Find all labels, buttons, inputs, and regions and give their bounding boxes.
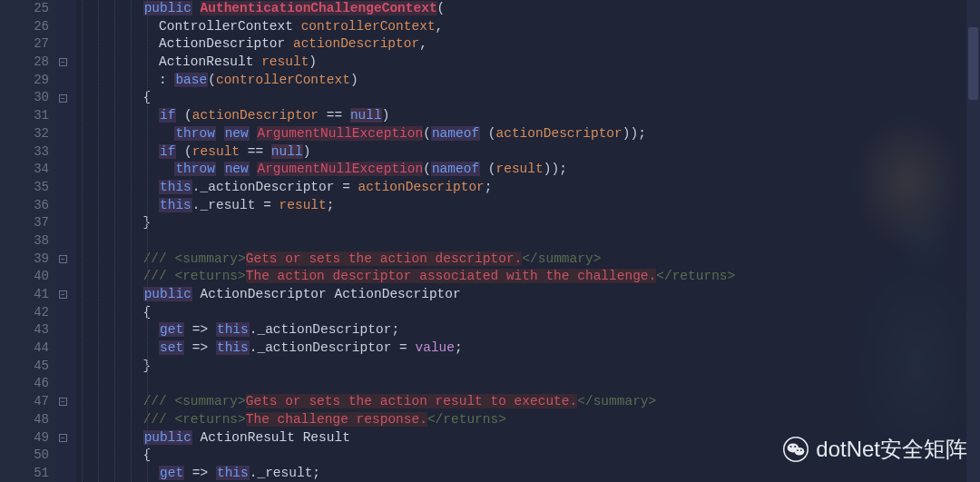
code-line[interactable]: { (80, 447, 980, 465)
code-line[interactable]: this._actionDescriptor = actionDescripto… (80, 179, 980, 197)
code-token (80, 394, 143, 408)
code-token: == (240, 144, 271, 159)
code-token: value (415, 340, 455, 355)
code-token: ( (437, 1, 446, 15)
code-token: controllerContext (301, 19, 436, 34)
code-token: result (496, 162, 544, 176)
code-line[interactable]: get => this._actionDescriptor; (80, 321, 980, 339)
line-number-gutter: 2526272829303132333435363738394041424344… (0, 0, 56, 482)
code-line[interactable]: /// <summary>Gets or sets the action des… (80, 251, 980, 269)
code-token: nameof (431, 162, 480, 176)
line-number: 42 (0, 304, 49, 322)
code-token: { (80, 90, 151, 104)
line-number: 50 (0, 447, 49, 465)
code-token: => (184, 340, 216, 355)
code-token (80, 269, 143, 283)
code-line[interactable]: : base(controllerContext) (80, 72, 980, 90)
code-token: ._actionDescriptor = (192, 180, 358, 194)
code-token: </returns> (427, 412, 506, 427)
code-line[interactable]: public ActionResult Result (80, 429, 980, 448)
code-line[interactable]: /// <returns>The action descriptor assoc… (80, 268, 980, 286)
line-number: 27 (0, 35, 49, 54)
code-token: /// (143, 269, 167, 283)
code-area[interactable]: public AuthenticationChallengeContext( C… (76, 0, 980, 482)
code-line[interactable]: get => this._result; (80, 465, 980, 482)
code-token: actionDescriptor (192, 108, 318, 123)
code-token: { (80, 448, 151, 462)
code-line[interactable]: ActionDescriptor actionDescriptor, (80, 35, 980, 54)
code-line[interactable]: public AuthenticationChallengeContext( (80, 0, 980, 18)
fold-toggle-icon[interactable]: − (59, 58, 67, 66)
code-token: </returns> (656, 269, 735, 283)
code-token: ._actionDescriptor; (250, 322, 399, 337)
code-line[interactable]: throw new ArgumentNullException(nameof (… (80, 161, 980, 179)
code-token: controllerContext (216, 73, 350, 87)
code-token: ) (350, 73, 358, 87)
code-token: )); (622, 126, 646, 141)
code-line[interactable]: /// <summary>Gets or sets the action res… (80, 393, 980, 411)
vertical-scrollbar[interactable] (966, 0, 980, 482)
code-token: ActionResult (159, 54, 261, 69)
code-line[interactable]: if (result == null) (80, 143, 980, 162)
code-token: ActionResult Result (201, 430, 350, 445)
fold-toggle-icon[interactable]: − (59, 255, 67, 263)
line-number: 26 (0, 18, 49, 36)
line-number: 38 (0, 232, 49, 251)
code-line[interactable]: if (actionDescriptor == null) (80, 107, 980, 125)
code-line[interactable] (80, 375, 980, 393)
code-token (80, 54, 159, 69)
code-token (80, 466, 159, 480)
code-line[interactable] (80, 232, 980, 251)
code-line[interactable]: } (80, 214, 980, 232)
code-line[interactable]: /// <returns>The challenge response.</re… (80, 411, 980, 429)
fold-toggle-icon[interactable]: − (59, 290, 67, 299)
code-line[interactable]: } (80, 358, 980, 376)
code-token (80, 162, 174, 176)
code-line[interactable]: set => this._actionDescriptor = value; (80, 339, 980, 358)
fold-column[interactable]: −−−−−− (56, 0, 76, 482)
line-number: 40 (0, 268, 49, 286)
code-line[interactable]: { (80, 304, 980, 322)
fold-toggle-icon[interactable]: − (59, 398, 67, 406)
code-token (192, 1, 201, 15)
line-number: 36 (0, 197, 49, 215)
code-line[interactable]: ControllerContext controllerContext, (80, 18, 980, 36)
line-number: 51 (0, 465, 49, 482)
line-number: 33 (0, 143, 49, 162)
code-editor: 2526272829303132333435363738394041424344… (0, 0, 980, 482)
fold-toggle-icon[interactable]: − (59, 94, 67, 103)
code-token: nameof (431, 126, 480, 141)
line-number: 41 (0, 286, 49, 304)
code-line[interactable]: this._result = result; (80, 197, 980, 215)
line-number: 39 (0, 251, 49, 269)
code-token: ._result; (250, 466, 320, 480)
code-token: actionDescriptor (293, 36, 419, 51)
code-token (192, 287, 201, 301)
line-number: 45 (0, 358, 49, 376)
scrollbar-thumb[interactable] (968, 27, 978, 100)
fold-toggle-icon[interactable]: − (59, 434, 67, 442)
code-token: ; (485, 180, 493, 194)
code-line[interactable]: { (80, 89, 980, 107)
code-token: ; (327, 198, 335, 212)
code-token (80, 180, 159, 194)
line-number: 46 (0, 375, 49, 393)
code-line[interactable]: public ActionDescriptor ActionDescriptor (80, 286, 980, 304)
code-token: public (143, 430, 192, 445)
code-token: null (271, 144, 303, 159)
code-token: ( (423, 162, 431, 176)
code-line[interactable]: throw new ArgumentNullException(nameof (… (80, 125, 980, 143)
code-token (80, 198, 159, 212)
code-token: this (216, 466, 250, 480)
code-token: /// (143, 251, 167, 266)
line-number: 35 (0, 179, 49, 197)
line-number: 34 (0, 161, 49, 179)
code-token (80, 233, 88, 248)
code-token: ) (303, 144, 311, 159)
line-number: 47 (0, 393, 49, 411)
line-number: 37 (0, 214, 49, 232)
code-token: } (80, 359, 151, 373)
code-line[interactable]: ActionResult result) (80, 54, 980, 72)
code-token: ( (423, 126, 431, 141)
line-number: 30 (0, 89, 49, 107)
